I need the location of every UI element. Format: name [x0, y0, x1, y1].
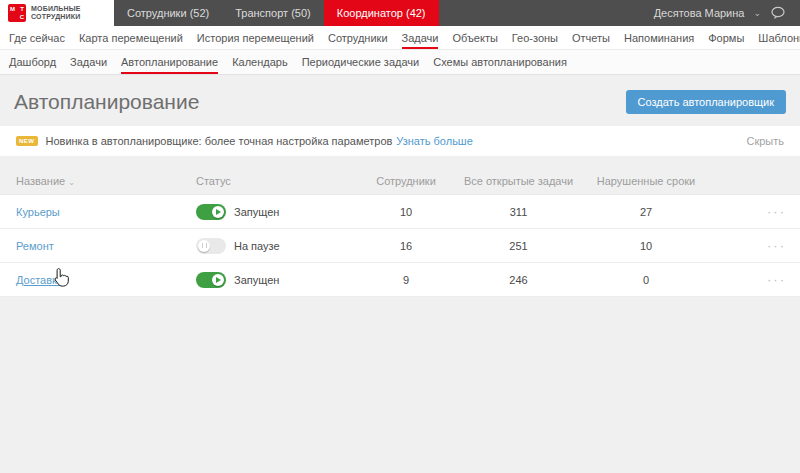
column-header: Все открытые задачи: [451, 175, 586, 187]
row-menu-icon[interactable]: ···: [706, 275, 786, 285]
toggle-knob: [212, 274, 224, 286]
subnav-item[interactable]: Задачи: [63, 50, 114, 74]
nav-item[interactable]: Карта перемещений: [72, 26, 190, 49]
nav-item[interactable]: Отчеты: [565, 26, 617, 49]
main-nav: Где сейчасКарта перемещенийИстория перем…: [0, 26, 800, 50]
column-header-label: Название: [16, 175, 65, 187]
sort-chevron-icon: ⌄: [68, 178, 75, 187]
topbar-tab[interactable]: Сотрудники (52): [114, 0, 222, 26]
employees-count: 10: [361, 206, 451, 218]
violated-deadlines-count: 27: [586, 206, 706, 218]
status-cell: Запущен: [196, 204, 361, 220]
column-header-label: Все открытые задачи: [464, 175, 573, 187]
nav-item[interactable]: Формы: [701, 26, 751, 49]
nav-item[interactable]: Объекты: [445, 26, 504, 49]
toggle-knob: [212, 206, 224, 218]
employees-count: 16: [361, 240, 451, 252]
topbar-tab[interactable]: Координатор (42): [324, 0, 439, 26]
topbar-tab[interactable]: Транспорт (50): [222, 0, 324, 26]
row-name-link[interactable]: Курьеры: [16, 206, 60, 218]
employees-count: 9: [361, 274, 451, 286]
status-cell: На паузе: [196, 238, 361, 254]
topbar: М Т С МОБИЛЬНЫЕ СОТРУДНИКИ Сотрудники (5…: [0, 0, 800, 26]
nav-item[interactable]: Шаблоны: [751, 26, 800, 49]
status-cell: Запущен: [196, 272, 361, 288]
topbar-tabs: Сотрудники (52)Транспорт (50)Координатор…: [114, 0, 439, 26]
nav-item[interactable]: Гео-зоны: [505, 26, 565, 49]
row-name-link[interactable]: Доставка: [16, 274, 63, 286]
hide-banner-link[interactable]: Скрыть: [746, 135, 784, 147]
open-tasks-count: 251: [451, 240, 586, 252]
content: Автопланирование Создать автопланировщик…: [0, 75, 800, 297]
logo-line1: МОБИЛЬНЫЕ: [31, 5, 81, 13]
chat-icon[interactable]: [770, 6, 786, 20]
status-toggle[interactable]: [196, 238, 226, 254]
app-logo-text: МОБИЛЬНЫЕ СОТРУДНИКИ: [31, 5, 81, 21]
user-menu[interactable]: Десятова Марина: [654, 7, 745, 19]
mts-logo-icon: М Т С: [8, 4, 26, 22]
row-menu-icon[interactable]: ···: [706, 207, 786, 217]
sub-nav: ДашбордЗадачиАвтопланированиеКалендарьПе…: [0, 50, 800, 75]
status-label: Запущен: [234, 206, 279, 218]
table-row: ДоставкаЗапущен92460···: [0, 263, 800, 297]
status-label: Запущен: [234, 274, 279, 286]
row-menu-icon[interactable]: ···: [706, 241, 786, 251]
column-header: Статус: [196, 175, 361, 187]
logo-letter: С: [20, 14, 24, 20]
open-tasks-count: 246: [451, 274, 586, 286]
row-name-link[interactable]: Ремонт: [16, 240, 54, 252]
column-header-label: Сотрудники: [376, 175, 436, 187]
learn-more-link[interactable]: Узнать больше: [396, 135, 472, 147]
subnav-item[interactable]: Календарь: [225, 50, 295, 74]
column-header-label: Нарушенные сроки: [597, 175, 695, 187]
nav-item[interactable]: Где сейчас: [2, 26, 72, 49]
subnav-item[interactable]: Схемы автопланирования: [426, 50, 574, 74]
chevron-down-icon[interactable]: ⌄: [753, 9, 761, 18]
table-row: КурьерыЗапущен1031127···: [0, 195, 800, 229]
pause-icon: [202, 243, 207, 248]
logo-line2: СОТРУДНИКИ: [31, 13, 81, 21]
subnav-item[interactable]: Дашборд: [2, 50, 63, 74]
nav-item[interactable]: Сотрудники: [321, 26, 395, 49]
create-autoplanner-button[interactable]: Создать автопланировщик: [626, 90, 786, 114]
subnav-item[interactable]: Периодические задачи: [295, 50, 427, 74]
logo-letter: Т: [20, 6, 24, 12]
banner-text: Новинка в автопланировщике: более точная…: [46, 135, 393, 147]
status-toggle[interactable]: [196, 272, 226, 288]
violated-deadlines-count: 10: [586, 240, 706, 252]
toggle-knob: [198, 240, 210, 252]
topbar-user-area: Десятова Марина ⌄: [654, 0, 800, 26]
table-row: РемонтНа паузе1625110···: [0, 229, 800, 263]
play-icon: [216, 209, 221, 215]
title-row: Автопланирование Создать автопланировщик: [0, 75, 800, 114]
violated-deadlines-count: 0: [586, 274, 706, 286]
nav-item[interactable]: Напоминания: [617, 26, 701, 49]
column-header: Сотрудники: [361, 175, 451, 187]
table-header: Название⌄СтатусСотрудникиВсе открытые за…: [0, 168, 800, 194]
column-header[interactable]: Название⌄: [16, 175, 196, 187]
column-header-label: Статус: [196, 175, 231, 187]
subnav-item[interactable]: Автопланирование: [114, 50, 225, 74]
nav-item[interactable]: История перемещений: [190, 26, 321, 49]
status-label: На паузе: [234, 240, 280, 252]
column-header: Нарушенные сроки: [586, 175, 706, 187]
table-body: КурьерыЗапущен1031127···РемонтНа паузе16…: [0, 194, 800, 297]
nav-item[interactable]: Задачи: [395, 26, 446, 49]
page-title: Автопланирование: [14, 90, 199, 114]
app-logo: М Т С МОБИЛЬНЫЕ СОТРУДНИКИ: [0, 0, 114, 26]
status-toggle[interactable]: [196, 204, 226, 220]
open-tasks-count: 311: [451, 206, 586, 218]
new-badge-icon: NEW: [16, 136, 38, 146]
play-icon: [216, 277, 221, 283]
news-banner: NEW Новинка в автопланировщике: более то…: [0, 126, 800, 156]
logo-letter: М: [10, 6, 15, 12]
